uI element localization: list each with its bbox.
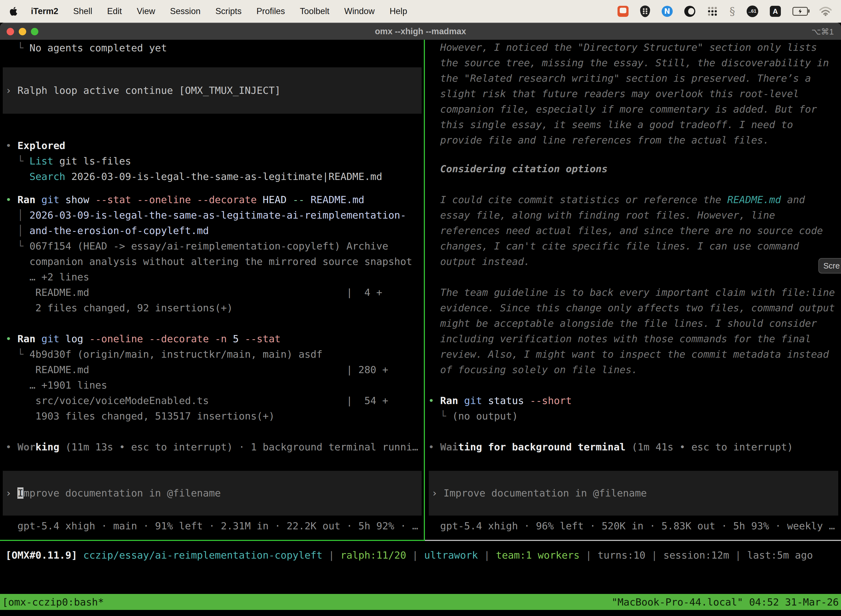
battery-bolt-icon xyxy=(798,9,802,14)
terminal-line: └ No agents completed yet xyxy=(6,40,167,56)
text-segment: review. Also, I might want to inspect th… xyxy=(428,349,829,360)
pane-divider-vertical[interactable] xyxy=(424,40,425,541)
screen-share-tooltip: Scre xyxy=(818,258,841,273)
text-segment: ultrawork xyxy=(424,550,478,561)
text-segment: No agents completed yet xyxy=(29,42,167,54)
menubar-item-edit[interactable]: Edit xyxy=(107,6,122,16)
text-segment: README.md | 280 + xyxy=(6,364,388,375)
git-log-block: • Ran git log --oneline --decorate -n 5 … xyxy=(6,331,388,424)
terminal-line: │ 2026-03-09-is-legal-the-same-as-legiti… xyxy=(6,208,412,223)
terminal-line: the source tree, missing the essay. Stil… xyxy=(428,55,829,70)
reasoning-heading: Considering citation options xyxy=(428,161,608,177)
terminal-line: companion analysis without altering the … xyxy=(6,254,412,269)
terminal-line: [OMX#0.11.9] cczip/essay/ai-reimplementa… xyxy=(6,547,841,563)
text-segment: the "Related research writing" section i… xyxy=(428,73,811,84)
menubar-item-scripts[interactable]: Scripts xyxy=(215,6,242,16)
terminal-area[interactable]: └ No agents completed yet › Ralph loop a… xyxy=(0,40,841,616)
git-status-block: • Ran git status --short └ (no output) xyxy=(428,393,572,424)
text-segment: -- xyxy=(287,194,305,205)
text-segment: provide file and line references from th… xyxy=(428,134,769,146)
close-button[interactable] xyxy=(7,28,14,35)
text-segment: git xyxy=(458,395,482,406)
window-title: omx --xhigh --madmax xyxy=(375,26,466,37)
terminal-line: … +2 lines xyxy=(6,269,412,285)
terminal-line: README.md | 280 + xyxy=(6,362,388,378)
pane-border-bottom-left xyxy=(0,540,425,541)
prompt-input-left[interactable]: › Improve documentation in @filename xyxy=(3,471,422,516)
terminal-line: • Ran git status --short xyxy=(428,393,572,408)
chat-app-icon[interactable] xyxy=(617,6,629,17)
squiggle-icon[interactable]: § xyxy=(730,6,735,17)
text-segment: 1903 files changed, 513517 insertions(+) xyxy=(6,411,274,422)
apple-icon[interactable] xyxy=(9,6,18,16)
terminal-line: › Improve documentation in @filename xyxy=(6,485,422,501)
dark-crescent-icon[interactable] xyxy=(684,6,695,17)
terminal-line: companion file, especially if more comme… xyxy=(428,101,829,117)
text-segment: README.md | 4 + xyxy=(6,287,382,298)
text-segment: git xyxy=(35,333,59,345)
text-segment: 4b9d30f (origin/main, instructkr/main, m… xyxy=(29,349,322,360)
shield-grid-icon[interactable] xyxy=(640,6,650,17)
prompt-input-right[interactable]: › Improve documentation in @filename xyxy=(429,471,838,516)
menubar-item-shell[interactable]: Shell xyxy=(73,6,92,16)
ralph-injected-prompt[interactable]: › Ralph loop active continue [OMX_TMUX_I… xyxy=(3,67,422,114)
terminal-line: └ List git ls-files xyxy=(6,154,382,169)
menubar-item-iterm2[interactable]: iTerm2 xyxy=(31,6,58,16)
wifi-icon[interactable] xyxy=(819,7,832,16)
text-segment: turns:10 xyxy=(598,550,645,561)
battery-icon[interactable] xyxy=(793,7,808,16)
terminal-line: the "Related research writing" section i… xyxy=(428,70,829,86)
text-segment: Explored xyxy=(18,140,65,151)
text-segment: Considering citation options xyxy=(428,163,608,175)
screen-share-tooltip-label: Scre xyxy=(823,261,840,270)
text-segment: gpt-5.4 xhigh · main · 91% left · 2.31M … xyxy=(6,520,418,532)
text-segment: git ls-files xyxy=(53,155,131,167)
text-segment: Ralph loop active continue [OMX_TMUX_INJ… xyxy=(18,85,281,96)
terminal-line: gpt-5.4 xhigh · main · 91% left · 2.31M … xyxy=(6,518,418,534)
terminal-line: › Ralph loop active continue [OMX_TMUX_I… xyxy=(6,83,422,98)
text-segment: (no output) xyxy=(452,411,518,422)
terminal-line: 1903 files changed, 513517 insertions(+) xyxy=(6,408,388,424)
terminal-line: • Explored xyxy=(6,138,382,154)
menubar-item-profiles[interactable]: Profiles xyxy=(256,6,285,16)
text-segment: I could cite commit statistics or refere… xyxy=(428,194,727,205)
menubar-item-help[interactable]: Help xyxy=(390,6,407,16)
minimize-button[interactable] xyxy=(19,28,26,35)
window-titlebar[interactable]: omx --xhigh --madmax ⌥⌘1 xyxy=(0,23,841,40)
zoom-button[interactable] xyxy=(31,28,38,35)
text-segment: | xyxy=(645,550,663,561)
dots-grid-icon[interactable] xyxy=(707,6,718,17)
macos-menubar: iTerm2ShellEditViewSessionScriptsProfile… xyxy=(0,0,841,23)
text-segment: gpt-5.4 xhigh · 96% left · 520K in · 5.8… xyxy=(428,520,835,532)
terminal-line: Search 2026-03-09-is-legal-the-same-as-l… xyxy=(6,169,382,184)
menubar-item-view[interactable]: View xyxy=(137,6,155,16)
pane-left[interactable]: └ No agents completed yet › Ralph loop a… xyxy=(0,40,424,540)
text-segment: companion file, especially if more comme… xyxy=(428,104,817,115)
pane-right[interactable]: However, I noticed the "Directory Struct… xyxy=(426,40,841,540)
text-segment: 2 files changed, 92 insertions(+) xyxy=(6,302,233,314)
text-segment: king xyxy=(35,441,59,453)
menubar-item-toolbelt[interactable]: Toolbelt xyxy=(300,6,330,16)
terminal-line: including verification notes with those … xyxy=(428,331,835,347)
text-segment: ralph:11/20 xyxy=(340,550,406,561)
tmux-status-bar[interactable]: [omx-cczip0:bash* "MacBook-Pro-44.local"… xyxy=(0,594,841,610)
waiting-status-line: • Waiting for background terminal (1m 41… xyxy=(428,439,793,455)
menubar-item-window[interactable]: Window xyxy=(344,6,375,16)
text-segment: • xyxy=(6,333,18,345)
pane-border-bottom-right xyxy=(425,540,841,541)
text-segment: HEAD xyxy=(256,194,286,205)
text-segment: git xyxy=(35,194,59,205)
git-show-block: • Ran git show --stat --oneline --decora… xyxy=(6,192,412,316)
text-segment: evidence. Since this change only affects… xyxy=(428,302,835,314)
text-segment: team:1 workers xyxy=(496,550,579,561)
text-segment: │ xyxy=(6,210,29,221)
a-square-icon[interactable]: A xyxy=(770,6,781,17)
terminal-line: └ (no output) xyxy=(428,408,572,424)
blue-badge-icon[interactable]: N xyxy=(662,6,673,17)
text-segment: └ xyxy=(428,411,452,422)
text-segment: Wai xyxy=(440,441,458,453)
badge-61-icon[interactable]: ..61 xyxy=(747,6,758,17)
text-segment: … +2 lines xyxy=(6,271,89,283)
traffic-lights xyxy=(7,23,38,40)
menubar-item-session[interactable]: Session xyxy=(170,6,200,16)
